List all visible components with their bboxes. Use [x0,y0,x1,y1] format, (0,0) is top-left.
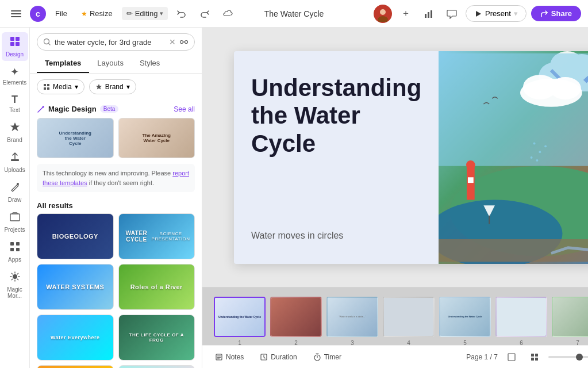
search-clear-button[interactable]: ✕ [169,37,176,47]
notes-button[interactable]: Notes [212,351,247,363]
template-rolesriver-label: Roles of a River [119,264,195,309]
bottom-right: 50% [502,348,588,366]
bottom-bar: Notes Duration Timer Page 1 / 7 [202,345,588,368]
svg-rect-39 [468,189,474,194]
grid-view-button[interactable] [525,348,544,366]
magic-template-1[interactable]: Understandingthe WaterCycle [37,118,114,158]
beta-badge: Beta [100,105,119,113]
filmstrip-slide-5[interactable]: Understanding the Water Cycle 5 [439,297,491,337]
canvas-slide[interactable]: ✕ Understandingthe WaterCycle Water move… [234,51,588,264]
menu-button[interactable] [7,5,25,23]
template-lifecyclefrog[interactable]: THE LIFE CYCLE OF A FROG [118,315,195,361]
redo-button[interactable] [195,5,214,23]
zoom-thumb[interactable] [576,354,583,361]
resize-button[interactable]: ★ Resize [76,7,117,20]
comment-icon[interactable] [443,5,461,23]
filmstrip-slide-6[interactable]: 6 [495,297,547,337]
svg-rect-38 [468,177,474,183]
pencil-icon: ✏ [126,9,133,18]
svg-rect-28 [44,84,46,86]
undo-button[interactable] [172,5,191,23]
filmstrip-slide-2[interactable]: 2 [270,297,322,337]
svg-point-23 [180,41,183,44]
template-watersystems[interactable]: WATER SYSTEMS [37,264,114,310]
see-all-link[interactable]: See all [174,105,195,113]
svg-rect-30 [44,87,46,90]
svg-rect-19 [10,248,14,251]
media-chevron-icon: ▾ [75,83,78,91]
svg-point-46 [544,145,547,147]
present-button[interactable]: Present ▾ [466,5,526,22]
search-box[interactable]: ✕ [37,33,195,51]
sidebar-item-text[interactable]: T Text [2,90,28,117]
slide-left: Understandingthe WaterCycle Water moves … [234,51,439,264]
svg-point-32 [43,106,44,108]
brand-filter-icon [95,83,102,90]
template-welcome[interactable]: Welcome students! [37,365,114,368]
zoom-slider[interactable] [548,356,588,358]
filmstrip-slide-1[interactable]: Understanding the Water Cycle 1 [214,297,266,337]
media-filter[interactable]: Media ▾ [37,79,84,94]
share-button[interactable]: Share [531,6,581,21]
svg-rect-10 [10,37,14,41]
document-title[interactable]: The Water Cycle [264,9,324,18]
filmstrip-slide-3[interactable]: "Water travels in a circle..." 3 [326,297,378,337]
template-watersystems-label: WATER SYSTEMS [37,264,113,309]
canvas-main[interactable]: ✕ Understandingthe WaterCycle Water move… [202,28,588,288]
template-rolesriver[interactable]: Roles of a River [118,264,195,310]
timer-icon [313,353,321,361]
svg-point-50 [549,77,581,99]
notice-box: This technology is new and improving. Pl… [37,164,195,192]
svg-rect-0 [11,10,21,12]
template-biogeology[interactable]: BIOGEOLOGY [37,213,114,259]
sidebar-item-brand[interactable]: Brand [2,118,28,147]
filmstrip-slide-4[interactable]: 4 [383,297,435,337]
duration-button[interactable]: Duration [256,351,300,363]
svg-rect-16 [10,214,20,221]
sidebar-item-magic[interactable]: Magic Mor... [2,267,28,302]
tab-styles[interactable]: Styles [132,54,168,73]
sidebar-item-projects[interactable]: Projects [2,208,28,236]
timer-button[interactable]: Timer [310,351,345,363]
template-wateractivities-label: WATER ACTIVITIES FOR TODDLER [119,366,195,368]
magic-design-header: Magic Design Beta See all [37,105,195,113]
analytics-icon[interactable] [420,5,438,23]
timer-label: Timer [324,353,341,361]
filter-icon[interactable] [179,37,189,47]
sidebar-item-elements[interactable]: ✦ Elements [2,62,28,89]
star-icon: ★ [81,10,87,18]
svg-point-4 [380,9,386,15]
magic-template-2[interactable]: The AmazingWater Cycle [118,118,195,158]
single-view-button[interactable] [502,348,521,366]
template-lifecyclefrog-label: THE LIFE CYCLE OF A FROG [119,315,195,360]
template-watercycle[interactable]: WATER CYCLEScience Presentation [118,213,195,259]
svg-rect-31 [47,87,49,90]
chevron-down-icon: ▾ [160,10,163,17]
tab-templates[interactable]: Templates [37,54,89,73]
filmstrip-slide-7[interactable]: 7 [552,297,588,337]
sidebar-item-uploads[interactable]: Uploads [2,148,28,177]
search-input[interactable] [55,38,166,47]
canvas-area: ✕ Understandingthe WaterCycle Water move… [202,28,588,368]
template-watereverywhere[interactable]: Water Everywhere [37,315,114,361]
add-collaborator-button[interactable]: ＋ [397,5,415,23]
filmstrip-slide-number-4: 4 [407,340,410,346]
svg-rect-36 [439,239,588,262]
avatar[interactable] [374,5,392,23]
topbar: c File ★ Resize ✏ Editing ▾ The Water Cy… [0,0,588,28]
sidebar-item-draw[interactable]: Draw [2,178,28,206]
template-wateractivities[interactable]: WATER ACTIVITIES FOR TODDLER [118,365,195,368]
filmstrip-slide-number-2: 2 [294,340,298,346]
brand-filter[interactable]: Brand ▾ [89,79,136,94]
cloud-save-icon[interactable] [218,5,237,23]
sidebar-item-apps[interactable]: Apps [2,237,28,266]
tab-layouts[interactable]: Layouts [89,54,132,73]
filmstrip-slide-number-1: 1 [238,340,241,346]
design-label: Design [6,51,24,57]
panel-tabs: Templates Layouts Styles [30,54,202,74]
file-menu[interactable]: File [51,7,72,20]
filmstrip-slide-number-7: 7 [576,340,579,346]
sidebar-item-design[interactable]: Design [2,32,28,61]
elements-label: Elements [3,79,27,86]
editing-button[interactable]: ✏ Editing ▾ [122,7,168,20]
